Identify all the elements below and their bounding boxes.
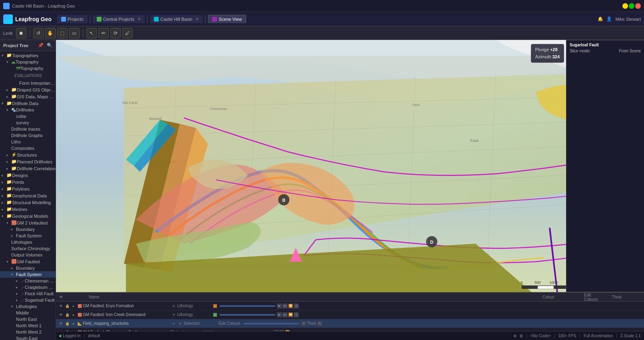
sidebar-item-meshes[interactable]: ▸ 📁 Meshes: [0, 206, 56, 213]
sidebar-item-boundary-uf[interactable]: ▸ Boundary: [0, 226, 56, 233]
sidebar-item-structures[interactable]: ▸ ⚡ Structures: [0, 151, 56, 158]
cursor-button[interactable]: ↖: [86, 28, 97, 38]
lock-iron[interactable]: 🔒: [64, 312, 70, 318]
close-iron[interactable]: ✕: [171, 312, 177, 318]
sidebar-item-collar[interactable]: collar: [0, 113, 56, 119]
sidebar-item-north-west-2[interactable]: North West 2: [0, 329, 56, 335]
minimize-button[interactable]: [622, 3, 628, 9]
lock-enys[interactable]: 🔒: [64, 303, 70, 309]
sidebar-item-drillhole-data[interactable]: ▾ 📁 Drillhole Data: [0, 100, 56, 107]
sidebar-item-topography-group[interactable]: ▾ ⛰ Topography: [0, 59, 56, 65]
expand-iron[interactable]: ▸: [71, 312, 76, 318]
tab-castle-close[interactable]: ✕: [195, 17, 199, 21]
vis-toggle-iron[interactable]: 👁: [58, 312, 64, 318]
sidebar-item-points[interactable]: ▸ 📁 Points: [0, 179, 56, 185]
edit-colors-field[interactable]: Edit Colours: [219, 321, 240, 326]
thick-ctrl-field[interactable]: ⊞: [317, 321, 322, 326]
sidebar-item-sugarloaf-fault[interactable]: ▸ ⟋ Sugarloaf Fault: [0, 297, 56, 303]
play-enys[interactable]: ▶: [277, 304, 282, 308]
sidebar-item-designs[interactable]: ▸ 📁 Designs: [0, 172, 56, 179]
vis-toggle-enys[interactable]: 👁: [58, 303, 64, 309]
viewport[interactable]: GIs Carts Waterfall Cheeseman Fault Faul…: [56, 40, 644, 340]
sidebar-item-south-east[interactable]: South East: [0, 335, 56, 340]
lock-field[interactable]: 🔒: [64, 321, 70, 326]
record-button[interactable]: ⏺: [16, 28, 26, 38]
expand2-iron[interactable]: ⊞: [294, 312, 299, 317]
close-button[interactable]: [635, 3, 641, 9]
sidebar-search-icon[interactable]: 🔍: [47, 43, 52, 48]
sidebar-item-north-west-1[interactable]: North West 1: [0, 322, 56, 329]
sidebar-pin-icon[interactable]: 📌: [38, 43, 44, 48]
step-iron[interactable]: ⏭: [283, 312, 287, 317]
sidebar-item-draped-gis[interactable]: ▸ 📁 Draped GIS Objects: [0, 86, 56, 93]
sidebar-item-middle[interactable]: Middle: [0, 310, 56, 316]
sidebar-item-drillhole-graphs[interactable]: Drillhole Graphs: [0, 132, 56, 139]
sidebar-item-geological-models[interactable]: ▾ 📁 Geological Models: [0, 213, 56, 219]
sidebar-item-lithologies-f[interactable]: ▾ Lithologies: [0, 303, 56, 310]
pan-button[interactable]: ✋: [45, 28, 56, 38]
maximize-button[interactable]: [629, 3, 634, 9]
sidebar-item-lithologies-uf[interactable]: Lithologies: [0, 239, 56, 245]
close-field[interactable]: ✕: [177, 321, 183, 326]
sidebar-item-planned-drillholes[interactable]: ▸ 📁 Planned Drillholes: [0, 158, 56, 165]
step-enys[interactable]: ⏭: [283, 304, 287, 308]
sidebar-item-form-interpolant[interactable]: Form Interpolant - s...: [0, 80, 56, 86]
edit-field[interactable]: ✏: [171, 321, 177, 326]
sidebar-item-litho[interactable]: Litho: [0, 139, 56, 145]
svg-rect-33: [522, 286, 538, 289]
sidebar-item-drillholes[interactable]: ▾ 🔩 Drillholes: [0, 107, 56, 113]
sidebar-item-surface-chronology[interactable]: Surface Chronology: [0, 245, 56, 252]
slider-iron[interactable]: [219, 314, 275, 316]
layer-row-iron-creek[interactable]: 👁 🔒 ▸ 🧱 GM Faulted: Iron Creek Greensand…: [56, 310, 644, 319]
layer-row-field-mapping[interactable]: 👁 🔒 ▸ 📐 Field_mapping_structures ✏ ✕ Sel…: [56, 319, 644, 328]
slice-title: Sugarloaf Fault: [570, 43, 599, 47]
sidebar-item-gm-faulted[interactable]: ▾ 🧱 GM Faulted: [0, 258, 56, 265]
expand2-enys[interactable]: ⊞: [294, 304, 299, 308]
layer-type-field: Selection: [183, 321, 215, 326]
tab-central-close[interactable]: ✕: [138, 17, 141, 21]
sidebar-item-flock-hill-fault[interactable]: ▸ ⟋ Flock Hill Fault: [0, 290, 56, 297]
zoom-button[interactable]: ⬚: [57, 28, 68, 38]
tab-projects[interactable]: Projects: [57, 15, 88, 23]
expand-field[interactable]: ▸: [71, 321, 76, 326]
sidebar-item-polylines[interactable]: ▸ 📁 Polylines: [0, 185, 56, 192]
sidebar-item-fault-system-uf[interactable]: ▸ Fault System: [0, 233, 56, 239]
sidebar-item-gis-data[interactable]: ▸ 📁 GIS Data, Maps and Photos: [0, 93, 56, 100]
sidebar-item-north-east[interactable]: North East: [0, 316, 56, 322]
notifications-icon[interactable]: 🔔: [598, 16, 603, 22]
select-rect-button[interactable]: ▭: [69, 28, 80, 38]
end-enys[interactable]: ⏩: [288, 304, 293, 308]
rotate-button[interactable]: ↺: [33, 28, 44, 38]
draw-button[interactable]: ✏: [98, 28, 109, 38]
tab-central[interactable]: Central Projects ✕: [93, 15, 145, 23]
close-enys[interactable]: ✕: [171, 303, 177, 309]
reset-button[interactable]: ⟳: [110, 28, 121, 38]
tab-castle-hill[interactable]: Castle Hill Basin ✕: [150, 15, 203, 23]
annotate-button[interactable]: 🖊: [122, 28, 133, 38]
sidebar-item-craigleburn-fault[interactable]: ▸ ⟋ Craigleburn Fault: [0, 284, 56, 290]
tab-scene-view[interactable]: Scene View: [208, 15, 246, 23]
expand-enys[interactable]: ▸: [71, 303, 76, 309]
sidebar-item-geophysical-data[interactable]: ▸ 📁 Geophysical Data: [0, 192, 56, 199]
sidebar-item-topographies[interactable]: ▾ 📁 Topographies: [0, 52, 56, 59]
sidebar-item-drillhole-traces[interactable]: Drillhole traces: [0, 126, 56, 132]
vis-toggle-field[interactable]: 👁: [58, 321, 64, 326]
sidebar-item-survey[interactable]: survey: [0, 119, 56, 126]
sidebar-item-structural-modelling[interactable]: ▸ 📁 Structural Modelling: [0, 199, 56, 206]
sidebar-item-gm2-unfaulted[interactable]: ▾ 🧱 GM 2 Unfaulted: [0, 219, 56, 226]
sidebar-item-cheeseman-fault[interactable]: ▸ ⟋ Cheeseman Fault: [0, 278, 56, 284]
sidebar-item-topography[interactable]: 🗺 Topography: [0, 65, 56, 72]
sidebar-item-drillhole-correlation[interactable]: ▸ 📁 Drillhole Correlation: [0, 165, 56, 172]
sidebar-item-output-volumes[interactable]: Output Volumes: [0, 252, 56, 258]
end-iron[interactable]: ⏩: [288, 312, 293, 317]
sidebar-item-boundary-f[interactable]: ▸ Boundary: [0, 265, 56, 271]
slider-field[interactable]: [243, 323, 299, 324]
sidebar-item-fault-system-f[interactable]: ▾ Fault System: [0, 271, 56, 278]
play-iron[interactable]: ▶: [277, 312, 282, 317]
layer-row-enys[interactable]: 👁 🔒 ▸ 🧱 GM Faulted: Enys Formation ✕ Lit…: [56, 302, 644, 310]
slice-panel: Sugarloaf Fault Slice mode: From Scene: [566, 40, 644, 292]
slider-enys[interactable]: [219, 305, 275, 307]
sidebar-item-composites[interactable]: Composites: [0, 145, 56, 151]
edit-colours-btn[interactable]: Edit Colours: [584, 293, 600, 302]
expand2-field[interactable]: ⊞: [301, 321, 306, 326]
